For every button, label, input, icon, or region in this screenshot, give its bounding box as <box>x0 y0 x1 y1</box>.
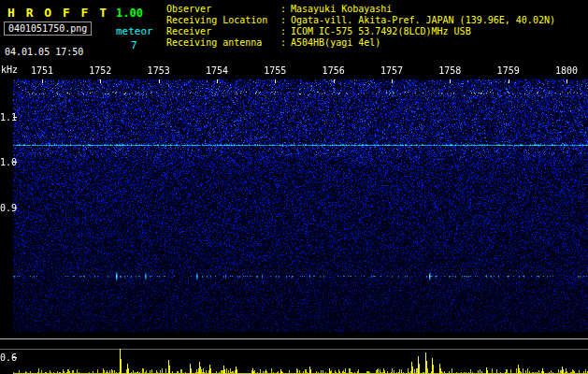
app-version: 1.00 <box>116 7 143 20</box>
info-value: Masayuki Kobayashi <box>291 4 392 14</box>
time-tick-label: 1756 <box>320 65 348 76</box>
info-label: Receiving antenna <box>166 37 280 49</box>
info-separator: : <box>280 37 291 49</box>
info-row: Observer:Masayuki Kobayashi <box>166 4 555 15</box>
spectrogram-canvas <box>0 64 588 374</box>
info-value: A504HB(yagi 4el) <box>291 37 380 48</box>
station-info: Observer:Masayuki KobayashiReceiving Loc… <box>166 4 555 49</box>
freq-tick-label: 1.0 <box>0 157 17 167</box>
info-separator: : <box>280 4 291 15</box>
spectrogram-panel: kHz 175117521753175417551756175717581759… <box>0 64 588 374</box>
time-tick-label: 1759 <box>495 65 523 76</box>
datetime-label: 04.01.05 17:50 <box>5 47 83 57</box>
time-tick-label: 1757 <box>378 65 406 76</box>
filename-box: 0401051750.png <box>4 22 92 36</box>
info-separator: : <box>280 26 291 37</box>
time-tick-label: 1752 <box>86 65 114 76</box>
meteor-count: 7 <box>131 39 137 51</box>
info-value: ICOM IC-575 53.7492(8LCD)MHz USB <box>291 26 471 36</box>
info-label: Receiving Location <box>166 15 280 26</box>
info-row: Receiver:ICOM IC-575 53.7492(8LCD)MHz US… <box>166 26 555 37</box>
info-separator: : <box>280 15 291 26</box>
info-row: Receiving Location:Ogata-vill. Akita-Pre… <box>166 15 555 26</box>
time-tick-label: 1754 <box>203 65 231 76</box>
info-label: Receiver <box>166 26 280 37</box>
info-label: Observer <box>166 4 280 15</box>
filename-label: 0401051750.png <box>8 23 87 34</box>
time-tick-label: 1758 <box>436 65 464 76</box>
info-value: Ogata-vill. Akita-Pref. JAPAN (139.96E, … <box>291 15 555 25</box>
freq-unit-label: kHz <box>1 65 18 75</box>
time-tick-label: 1755 <box>261 65 289 76</box>
app-title: H R O F F T <box>7 6 108 20</box>
freq-tick-label: 1.1 <box>0 112 17 122</box>
mode-label: meteor <box>116 25 153 37</box>
time-tick-label: 1751 <box>28 65 56 76</box>
time-tick-label: 1800 <box>552 65 581 76</box>
hrofft-window: H R O F F T 1.00 0401051750.png meteor 7… <box>0 0 588 374</box>
info-row: Receiving antenna:A504HB(yagi 4el) <box>166 37 555 49</box>
freq-tick-label: 0.9 <box>0 203 17 213</box>
freq-tick-label: 0.6 <box>0 352 17 363</box>
time-tick-label: 1753 <box>145 65 173 76</box>
